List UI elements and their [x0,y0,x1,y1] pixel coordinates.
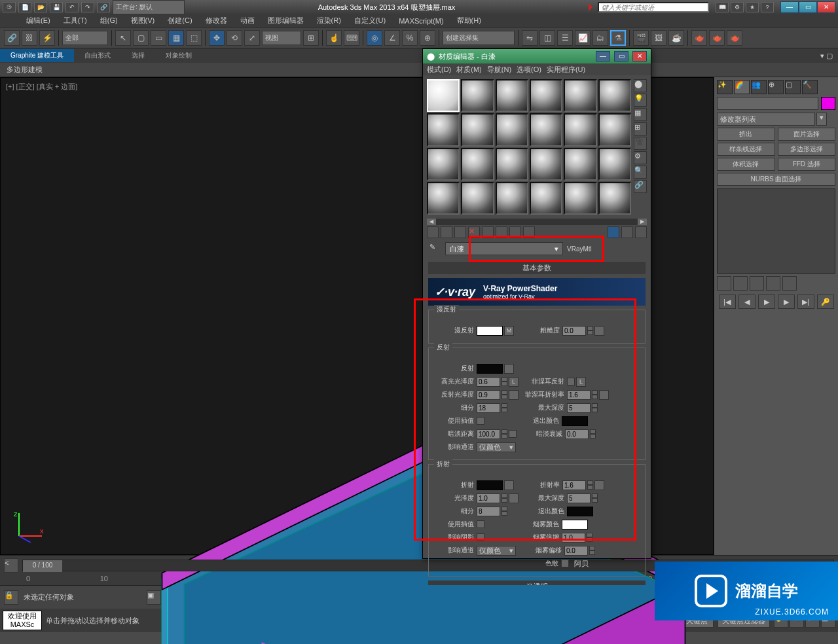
tab-display-icon[interactable]: ▢ [785,80,801,94]
refract-map-button[interactable] [504,480,514,490]
star-icon[interactable]: ★ [746,2,759,12]
me-get-material-icon[interactable] [427,226,439,238]
material-slot[interactable] [564,79,596,112]
reflect-subdiv-spinner[interactable]: 18 [477,403,500,413]
refract-interp-checkbox[interactable] [477,520,484,528]
ribbon-panel-label[interactable]: 多边形建模 [7,65,43,75]
refract-color-swatch[interactable] [477,480,503,490]
pivot-icon[interactable]: ⊞ [303,30,319,46]
reflect-map-button[interactable] [504,364,514,374]
material-slot[interactable] [530,148,562,181]
snap-icon[interactable]: ◎ [367,30,382,46]
ribbon-tab-selection[interactable]: 选择 [121,49,155,62]
curve-editor-icon[interactable]: 📈 [575,30,591,46]
schematic-icon[interactable]: 🗂 [592,30,608,46]
time-handle[interactable]: 0 / 100 [23,560,62,572]
mirror-icon[interactable]: ⇋ [522,30,537,46]
me-select-by-icon[interactable]: 🔍 [634,166,647,179]
material-slot[interactable] [564,113,596,146]
me-put-library-icon[interactable] [509,226,521,238]
material-slot[interactable] [496,148,528,181]
refcoord-dropdown[interactable]: 视图 [262,31,301,45]
material-slot[interactable] [598,113,631,146]
reflect-interp-checkbox[interactable] [477,417,484,425]
angle-snap-icon[interactable]: ∠ [384,30,400,46]
me-menu-mode[interactable]: 模式(D) [427,65,451,75]
render-icon[interactable]: ☕ [668,30,684,46]
material-slot[interactable] [496,182,528,215]
material-slot[interactable] [427,79,460,112]
me-menu-navigation[interactable]: 导航(N) [487,65,511,75]
info-icon[interactable]: ? [761,2,774,12]
refract-glossy-spinner[interactable]: 1.0 [477,493,500,503]
diffuse-color-swatch[interactable] [477,326,503,336]
dim-falloff-spinner[interactable]: 0.0 [565,429,589,439]
teapot2-icon[interactable]: 🫖 [709,30,725,46]
manipulate-icon[interactable]: ☝ [326,30,342,46]
me-assign-icon[interactable] [454,226,466,238]
me-video-icon[interactable]: 🎥 [634,137,647,150]
me-maximize-button[interactable]: ▭ [614,51,628,62]
rglossy-map-button[interactable] [509,390,519,400]
material-slot[interactable] [564,182,596,215]
material-slot[interactable] [427,113,460,146]
key-mode-icon[interactable]: 🔑 [817,295,834,309]
material-slot[interactable] [461,113,494,146]
remove-icon[interactable] [766,276,780,291]
menu-animation[interactable]: 动画 [234,14,261,27]
modifier-dropdown-arrow-icon[interactable]: ▾ [816,113,827,126]
dim-checkbox[interactable] [509,430,517,438]
me-put-to-scene-icon[interactable] [441,226,452,238]
move-icon[interactable]: ✥ [209,30,225,46]
material-name-input[interactable]: 白漆▾ [445,242,563,255]
link-icon[interactable]: 🔗 [4,30,20,46]
ior-map-button[interactable] [594,480,604,490]
tab-hierarchy-icon[interactable]: 👥 [751,80,767,94]
me-titlebar[interactable]: ⬤ 材质编辑器 - 白漆 — ▭ ✕ [423,49,651,63]
fior-map-button[interactable] [599,390,609,400]
material-slot[interactable] [564,148,596,181]
dispersion-checkbox[interactable] [561,560,569,567]
roughness-map-button[interactable] [594,326,604,336]
fog-bias-spinner[interactable]: 0.0 [564,546,588,556]
link-icon[interactable]: 🔗 [97,2,110,12]
percent-snap-icon[interactable]: % [402,30,418,46]
scale-icon[interactable]: ⤢ [244,30,260,46]
help-icon[interactable]: 📖 [716,2,729,12]
me-hscroll-left-icon[interactable]: ◀ [427,219,436,225]
fog-mult-spinner[interactable]: 1.0 [562,533,585,543]
refract-exit-swatch[interactable] [567,507,593,516]
me-sample-type-icon[interactable]: ⬤ [634,79,647,92]
reflect-channel-dropdown[interactable]: 仅颜色▾ [477,442,516,452]
select-region-icon[interactable]: ▭ [151,30,166,46]
new-icon[interactable]: 📄 [18,2,31,12]
render-setup-icon[interactable]: 🎬 [633,30,649,46]
material-slot[interactable] [598,79,631,112]
me-backlight-icon[interactable]: 💡 [634,94,647,107]
menu-tools[interactable]: 工具(T) [57,14,94,27]
teapot1-icon[interactable]: 🫖 [691,30,707,46]
object-color-swatch[interactable] [821,97,835,110]
layers-icon[interactable]: ☰ [557,30,573,46]
btn-nurbssel[interactable]: NURBS 曲面选择 [717,173,835,186]
framebuffer-icon[interactable]: 🖼 [651,30,666,46]
me-minimize-button[interactable]: — [596,51,610,62]
menu-group[interactable]: 组(G) [94,14,124,27]
material-slot[interactable] [598,182,631,215]
material-slot[interactable] [461,148,494,181]
dim-distance-spinner[interactable]: 100.0 [477,429,500,439]
object-name-input[interactable] [717,97,818,110]
btn-patchsel[interactable]: 面片选择 [778,128,836,141]
btn-extrude[interactable]: 挤出 [717,128,775,141]
me-menu-options[interactable]: 选项(O) [517,65,541,75]
btn-volsel[interactable]: 体积选择 [717,158,775,171]
named-selection-dropdown[interactable]: 创建选择集 [443,31,515,45]
unlink-icon[interactable]: ⛓ [22,30,37,46]
align-icon[interactable]: ◫ [539,30,555,46]
select-window-icon[interactable]: ▦ [168,30,184,46]
btn-polysel[interactable]: 多边形选择 [778,143,836,156]
goto-end-icon[interactable]: ▶| [797,295,814,309]
tab-motion-icon[interactable]: ⊕ [768,80,784,94]
menu-maxscript[interactable]: MAXScript(M) [392,16,450,26]
select-name-icon[interactable]: ▢ [133,30,149,46]
